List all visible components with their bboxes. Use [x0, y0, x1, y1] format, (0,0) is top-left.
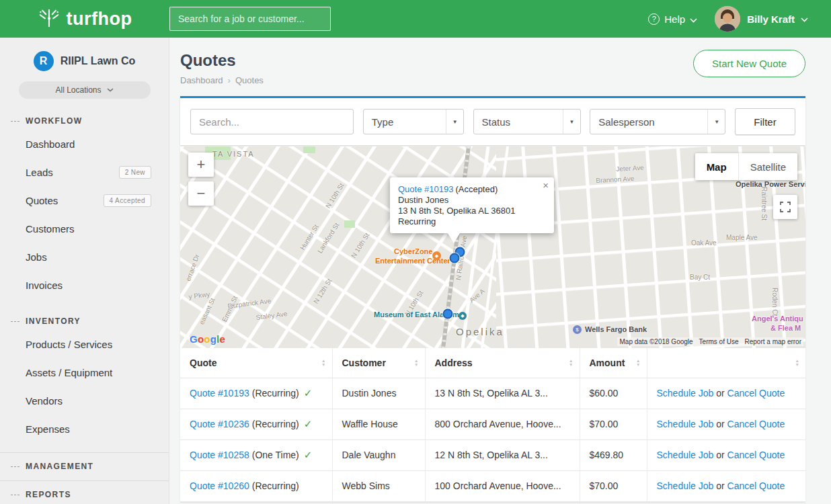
sidebar-section-label: INVENTORY [26, 317, 81, 326]
map-label: CyberZone [394, 247, 432, 255]
user-menu[interactable]: Billy Kraft [747, 13, 808, 25]
sidebar-item-leads[interactable]: Leads2 New [0, 158, 169, 186]
map-label: & Flea M [770, 324, 801, 332]
quotes-search-input[interactable] [190, 109, 354, 134]
sidebar-section-header-management[interactable]: MANAGEMENT [0, 462, 169, 471]
amount-cell: $60.00 [580, 378, 647, 409]
sidebar-section-header-reports[interactable]: REPORTS [0, 490, 169, 499]
sidebar-item-dashboard[interactable]: Dashboard [0, 130, 169, 158]
quote-map-pin[interactable] [443, 309, 453, 319]
column-header-address[interactable]: Address▲▼ [425, 348, 580, 378]
column-header-amount[interactable]: Amount▲▼ [580, 348, 647, 378]
zoom-in-button[interactable]: + [188, 153, 214, 177]
column-header-quote[interactable]: Quote▲▼ [180, 348, 332, 378]
start-new-quote-button[interactable]: Start New Quote [693, 50, 805, 77]
map-canvas[interactable]: TA VISTAJeter AveBrannon AveOpelika Powe… [180, 146, 805, 348]
address-cell: 100 Orchard Avenue, Hoove... [425, 470, 580, 501]
salesperson-select[interactable]: Salesperson ▼ [590, 109, 725, 134]
quote-map-pin[interactable] [450, 253, 460, 263]
sidebar-item-expenses[interactable]: Expenses [0, 415, 169, 443]
section-dash-icon [11, 121, 19, 122]
bank-poi-icon[interactable]: $ [573, 325, 582, 334]
map-view-button[interactable]: Map [695, 153, 739, 180]
amount-cell: $70.00 [580, 409, 647, 439]
map-label: Roden Ct [771, 288, 779, 316]
sidebar-item-label: Dashboard [26, 138, 75, 150]
breadcrumb-separator: › [223, 75, 235, 85]
address-cell: 800 Orchard Avenue, Hoove... [425, 409, 580, 439]
quotes-card: TA VISTAJeter AveBrannon AveOpelika Powe… [180, 146, 805, 502]
zoom-out-button[interactable]: − [188, 181, 214, 206]
breadcrumb-dashboard[interactable]: Dashboard [180, 75, 223, 85]
sort-icon[interactable]: ▲▼ [321, 359, 325, 367]
quote-link[interactable]: Quote #10258 [190, 450, 249, 460]
google-logo[interactable]: Google [190, 333, 225, 345]
salesperson-select-value: Salesperson [598, 116, 654, 128]
quote-link[interactable]: Quote #10236 [190, 419, 249, 429]
sort-icon[interactable]: ▲▼ [636, 359, 640, 367]
sidebar-item-invoices[interactable]: Invoices [0, 271, 169, 299]
fullscreen-icon [780, 202, 791, 212]
fullscreen-button[interactable] [773, 195, 797, 219]
sidebar-section-header-workflow: WORKFLOW [0, 116, 169, 126]
sidebar-item-label: Invoices [26, 280, 63, 291]
address-cell: 13 N 8th St, Opelika AL 3... [425, 378, 580, 409]
info-window-quote-link[interactable]: Quote #10193 [398, 184, 453, 194]
google-logo-letter: o [198, 333, 204, 345]
help-icon: ? [648, 13, 660, 25]
chevron-down-icon [108, 89, 113, 91]
filter-button[interactable]: Filter [735, 108, 795, 135]
schedule-job-link[interactable]: Schedule Job [657, 450, 714, 460]
location-selector[interactable]: All Locations [19, 81, 151, 99]
sort-icon[interactable]: ▲▼ [795, 359, 799, 367]
cancel-quote-link[interactable]: Cancel Quote [727, 450, 785, 460]
breadcrumb-current: Quotes [235, 75, 264, 85]
cancel-quote-link[interactable]: Cancel Quote [727, 480, 785, 491]
column-header-actions[interactable]: ▲▼ [647, 348, 805, 378]
cancel-quote-link[interactable]: Cancel Quote [727, 388, 785, 398]
info-window-close-icon[interactable]: × [543, 180, 549, 191]
action-joiner: or [713, 419, 727, 429]
help-menu[interactable]: ? Help [648, 13, 697, 25]
sidebar-item-vendors[interactable]: Vendors [0, 386, 169, 415]
schedule-job-link[interactable]: Schedule Job [657, 480, 714, 491]
status-select[interactable]: Status ▼ [473, 109, 581, 134]
cancel-quote-link[interactable]: Cancel Quote [727, 419, 785, 429]
column-header-customer[interactable]: Customer▲▼ [332, 348, 425, 378]
filter-bar: Type ▼ Status ▼ Salesperson ▼ Filter [180, 96, 805, 145]
column-label: Customer [342, 358, 386, 368]
report-map-error-link[interactable]: Report a map error [745, 338, 801, 345]
avatar[interactable] [715, 6, 740, 32]
app-logo[interactable]: turfhop [0, 6, 169, 32]
sidebar-item-label: Assets / Equipment [26, 367, 112, 378]
map-label: Maple Ave [726, 234, 758, 241]
customer-cell: Dustin Jones [332, 378, 425, 409]
action-joiner: or [713, 480, 727, 491]
sidebar-item-customers[interactable]: Customers [0, 214, 169, 243]
sidebar-section: WORKFLOWDashboardLeads2 NewQuotes4 Accep… [0, 116, 169, 299]
sort-icon[interactable]: ▲▼ [414, 359, 418, 367]
quote-link[interactable]: Quote #10260 [190, 480, 249, 491]
location-selector-label: All Locations [55, 85, 101, 95]
amount-cell: $469.80 [580, 439, 647, 470]
section-dash-icon [11, 321, 19, 322]
quote-link[interactable]: Quote #10193 [190, 388, 249, 398]
terms-of-use-link[interactable]: Terms of Use [699, 338, 739, 345]
sidebar-item-assets-equipment[interactable]: Assets / Equipment [0, 358, 169, 386]
global-search-input[interactable] [169, 7, 331, 31]
type-select[interactable]: Type ▼ [363, 109, 464, 134]
sidebar-item-label: Jobs [26, 251, 47, 263]
sidebar-item-quotes[interactable]: Quotes4 Accepted [0, 186, 169, 214]
satellite-view-button[interactable]: Satellite [739, 153, 797, 180]
quote-table-row: Quote #10258(One Time)✓Dale Vaughn12 N 8… [180, 439, 805, 470]
map-label: Oak Ave [691, 239, 717, 247]
schedule-job-link[interactable]: Schedule Job [657, 419, 714, 429]
sort-icon[interactable]: ▲▼ [569, 359, 573, 367]
sidebar-item-jobs[interactable]: Jobs [0, 243, 169, 271]
sidebar-item-products-services[interactable]: Products / Services [0, 330, 169, 358]
schedule-job-link[interactable]: Schedule Job [657, 388, 714, 398]
sidebar-nav: WORKFLOWDashboardLeads2 NewQuotes4 Accep… [0, 116, 169, 499]
museum-poi-icon[interactable]: ◆ [459, 312, 467, 320]
cyberzone-poi-icon[interactable]: ◆ [432, 251, 441, 260]
help-label: Help [664, 13, 685, 25]
